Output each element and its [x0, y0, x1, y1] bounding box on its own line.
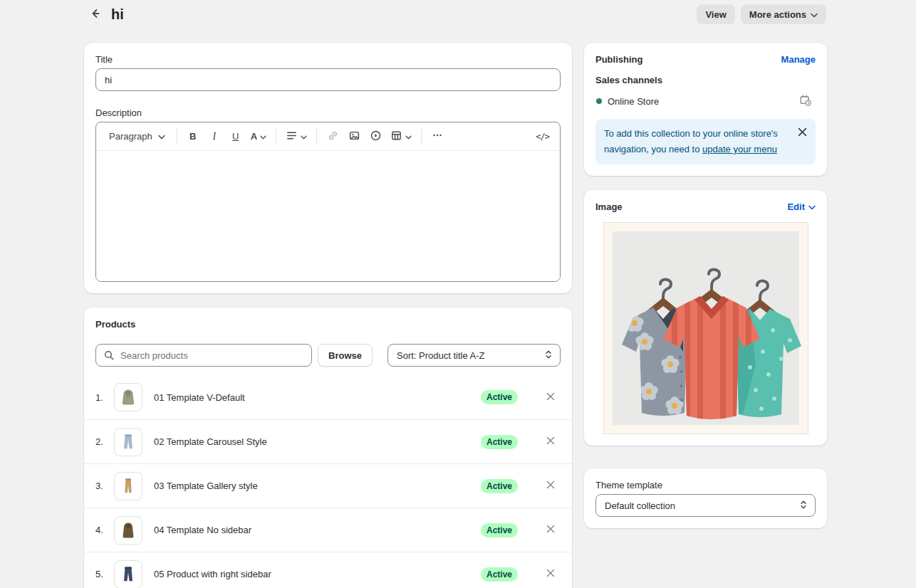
title-input[interactable] — [95, 68, 561, 91]
page-title: hi — [111, 6, 124, 23]
topbar-actions: View More actions — [697, 4, 826, 24]
close-icon — [546, 392, 555, 403]
remove-product-button[interactable] — [542, 566, 559, 583]
toolbar-divider — [276, 129, 276, 145]
collection-edit-page: hi View More actions Title Description — [0, 0, 916, 588]
bold-button[interactable]: B — [183, 127, 203, 147]
chevron-down-icon — [260, 131, 266, 142]
collection-image[interactable] — [595, 222, 816, 434]
status-badge: Active — [481, 435, 518, 449]
sort-select-value: Sort: Product title A-Z — [397, 350, 485, 361]
insert-image-button[interactable] — [344, 127, 364, 147]
underline-button[interactable]: U — [226, 127, 246, 147]
remove-product-button[interactable] — [542, 434, 559, 451]
product-title: 03 Template Gallery style — [154, 481, 481, 491]
row-index: 1. — [95, 392, 113, 403]
product-thumbnail — [114, 516, 142, 545]
chevron-down-icon — [405, 131, 412, 142]
navigation-info-banner: To add this collection to your online st… — [595, 119, 816, 164]
main-column: Title Description Paragraph B I U — [84, 43, 572, 588]
close-icon — [546, 525, 555, 535]
product-thumbnail — [114, 428, 142, 456]
title-label: Title — [95, 54, 561, 65]
product-thumbnail — [114, 472, 142, 500]
image-card: Image Edit — [584, 190, 827, 446]
paragraph-style-dropdown[interactable]: Paragraph — [103, 127, 171, 147]
insert-table-button[interactable] — [387, 127, 415, 147]
search-products-input[interactable] — [95, 344, 312, 367]
product-title: 01 Template V-Default — [154, 392, 481, 403]
theme-template-card: Theme template Default collection — [584, 468, 827, 528]
sort-select[interactable]: Sort: Product title A-Z — [387, 344, 561, 367]
remove-product-button[interactable] — [542, 478, 559, 495]
close-icon — [798, 127, 807, 139]
text-color-button[interactable]: A — [247, 127, 270, 147]
theme-template-select[interactable]: Default collection — [595, 494, 816, 517]
product-thumbnail — [114, 383, 142, 411]
view-button-label: View — [705, 9, 726, 20]
row-index: 5. — [95, 569, 113, 579]
show-html-button[interactable]: </> — [532, 127, 553, 147]
row-index: 4. — [95, 525, 113, 535]
calendar-clock-icon — [799, 94, 812, 109]
toolbar-divider — [177, 129, 177, 145]
updown-caret-icon — [544, 350, 553, 362]
manage-link[interactable]: Manage — [781, 54, 816, 65]
description-textarea[interactable] — [96, 151, 560, 281]
close-icon — [546, 436, 555, 447]
product-row: 1. 01 Template V-Default Active — [84, 375, 572, 419]
product-title: 04 Template No sidebar — [154, 525, 481, 535]
products-controls: Browse Sort: Product title A-Z — [95, 344, 561, 367]
link-button[interactable] — [323, 127, 343, 147]
align-left-icon — [286, 130, 298, 144]
toolbar-divider — [421, 129, 422, 145]
more-actions-label: More actions — [749, 9, 806, 20]
top-bar: hi View More actions — [87, 0, 826, 28]
more-actions-button[interactable]: More actions — [741, 4, 826, 24]
theme-template-value: Default collection — [605, 500, 675, 511]
text-color-glyph: A — [251, 131, 257, 142]
side-column: Publishing Manage Sales channels Online … — [584, 43, 827, 528]
italic-button[interactable]: I — [204, 127, 224, 147]
back-button[interactable] — [87, 6, 104, 23]
publishing-card: Publishing Manage Sales channels Online … — [584, 43, 827, 176]
chevron-down-icon — [301, 131, 307, 142]
theme-template-label: Theme template — [595, 480, 816, 490]
alignment-button[interactable] — [282, 127, 311, 147]
more-formatting-button[interactable] — [427, 127, 447, 147]
browse-button[interactable]: Browse — [318, 344, 373, 367]
remove-product-button[interactable] — [542, 522, 559, 539]
update-your-menu-link[interactable]: update your menu — [702, 144, 777, 154]
image-icon — [348, 130, 360, 144]
product-title: 05 Product with right sidebar — [154, 569, 481, 579]
status-badge: Active — [481, 390, 518, 404]
play-circle-icon — [370, 130, 382, 144]
channel-row: Online Store — [595, 93, 816, 110]
channel-name: Online Store — [608, 96, 797, 107]
ellipsis-icon — [432, 130, 443, 143]
editor-toolbar: Paragraph B I U A — [96, 122, 560, 151]
row-index: 2. — [95, 436, 113, 447]
product-title: 02 Template Carousel Style — [154, 436, 481, 447]
product-search — [95, 344, 312, 367]
product-row: 2. 02 Template Carousel Style Active — [84, 419, 572, 463]
row-index: 3. — [95, 481, 113, 491]
schedule-publish-button[interactable] — [797, 93, 814, 110]
edit-image-label: Edit — [787, 201, 805, 212]
table-icon — [390, 130, 402, 144]
channel-status-dot — [596, 98, 602, 104]
toolbar-divider — [316, 129, 317, 145]
products-card: Products Browse Sort: Product title A-Z — [84, 308, 572, 588]
banner-close-button[interactable] — [794, 125, 810, 141]
product-thumbnail — [114, 560, 142, 588]
insert-video-button[interactable] — [365, 127, 385, 147]
product-row: 3. 03 Template Gallery style Active — [84, 463, 572, 508]
link-icon — [327, 130, 339, 144]
view-button[interactable]: View — [697, 4, 734, 24]
sales-channels-label: Sales channels — [595, 75, 816, 85]
remove-product-button[interactable] — [542, 389, 559, 406]
paragraph-style-label: Paragraph — [109, 131, 152, 142]
product-row: 5. 05 Product with right sidebar Active — [84, 552, 572, 588]
updown-caret-icon — [799, 500, 808, 512]
edit-image-button[interactable]: Edit — [787, 201, 816, 212]
